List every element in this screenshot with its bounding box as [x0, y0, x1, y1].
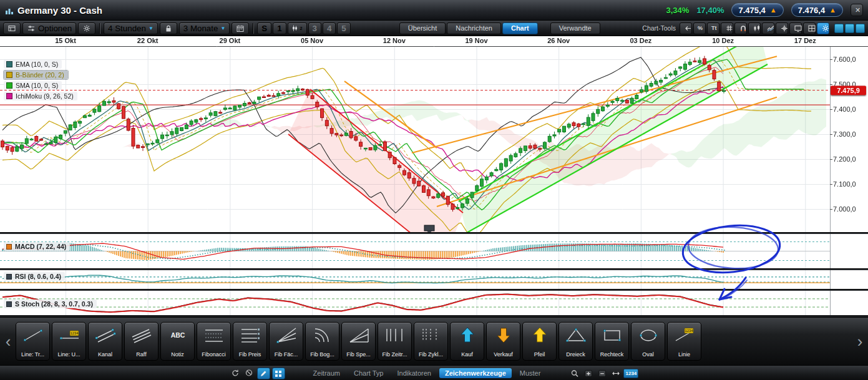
tool-label: Kauf: [461, 351, 473, 358]
calendar-button[interactable]: [232, 22, 249, 34]
legend-item[interactable]: IchiMoku (9, 26, 52): [4, 92, 77, 100]
restore-icon[interactable]: [845, 24, 854, 33]
disable-icon[interactable]: [243, 368, 255, 378]
tool-oval-button[interactable]: Oval: [631, 322, 665, 361]
tool-rectangle-button[interactable]: Rechteck: [595, 322, 629, 361]
interval-dropdown[interactable]: 4 Stunden ▼: [104, 22, 158, 34]
drawing-toolbar: ‹ Line: Tr...1234Line: U...KanalRaffABCN…: [0, 317, 868, 365]
tool-arrow-button[interactable]: Pfeil: [522, 322, 557, 361]
tool-line-button[interactable]: 1234Linie: [667, 322, 701, 361]
zoom-in-icon[interactable]: [582, 368, 594, 379]
settings-gear-button[interactable]: [78, 22, 95, 34]
macd-panel-label[interactable]: MACD (7, 22, 44): [4, 242, 70, 251]
layout-icon[interactable]: [803, 22, 816, 34]
oval-icon: [636, 326, 660, 344]
tab-übersicht[interactable]: Übersicht: [399, 22, 446, 34]
tool-fib-price-button[interactable]: Fib Preis: [233, 322, 267, 361]
values-badge[interactable]: 1234: [623, 369, 638, 378]
triangle-icon: [564, 326, 588, 344]
crosshair-icon[interactable]: [776, 22, 788, 34]
level-line-icon: 1234: [57, 326, 81, 344]
zoom-icon[interactable]: [568, 368, 580, 379]
layout-count-button-2[interactable]: 2: [288, 22, 307, 34]
tool-fibonacci-button[interactable]: Fibonacci: [197, 322, 231, 361]
layout-count-button-5[interactable]: 5: [337, 22, 350, 34]
svg-text:1234: 1234: [70, 331, 79, 335]
tool-fib-arcs-button[interactable]: Fib Bog...: [305, 322, 339, 361]
tool-fib-cycle-button[interactable]: Fib Zykl...: [414, 322, 448, 361]
legend-color-chip: [6, 93, 12, 99]
pencil-icon[interactable]: [257, 368, 270, 379]
tool-label: Line: U...: [57, 351, 80, 358]
chart-tools-label: Chart-Tools: [642, 24, 676, 32]
channel-icon: [94, 326, 117, 344]
legend-item[interactable]: SMA (10, 0, S): [4, 81, 62, 90]
tab-verwandte[interactable]: Verwandte: [550, 22, 600, 34]
grid-icon[interactable]: [721, 22, 733, 34]
tool-buy-arrow-button[interactable]: Kauf: [450, 322, 484, 361]
chart-region[interactable]: 15 Okt22 Okt29 Okt05 Nov12 Nov19 Nov26 N…: [0, 36, 868, 317]
statusbar-item-chart-typ[interactable]: Chart Typ: [348, 368, 389, 378]
layout-count-button-4[interactable]: 4: [323, 22, 336, 34]
rectangle-icon: [600, 326, 624, 344]
layout-count-button-1[interactable]: 1: [273, 22, 286, 34]
tool-fib-fan-button[interactable]: Fib Fäc...: [269, 322, 303, 361]
range-dropdown[interactable]: 3 Monate ▼: [179, 22, 230, 34]
fit-icon[interactable]: [610, 368, 622, 379]
fibonacci-icon: [202, 326, 226, 344]
legend-label: IchiMoku (9, 26, 52): [16, 92, 74, 100]
chart-type-icon[interactable]: [748, 22, 761, 34]
panel-menu-button[interactable]: [3, 22, 21, 34]
tab-nachrichten[interactable]: Nachrichten: [447, 22, 501, 34]
price-chart-canvas[interactable]: [0, 36, 868, 317]
tool-fib-time-button[interactable]: Fib Zeitr...: [378, 322, 412, 361]
undo-icon[interactable]: [680, 22, 692, 34]
window-menu-icon[interactable]: [856, 24, 865, 33]
scroll-left-icon[interactable]: ‹: [2, 332, 14, 351]
rsi-color-chip: [6, 274, 12, 280]
stoch-label: S Stoch (28, 8, 3, 0.7, 0.3): [15, 300, 93, 308]
zoom-out-icon[interactable]: [596, 368, 608, 379]
close-button[interactable]: ✕: [851, 4, 863, 16]
magnet-icon[interactable]: [734, 22, 747, 34]
statusbar-item-indikatoren[interactable]: Indikatoren: [392, 368, 437, 378]
statusbar-item-zeitraum[interactable]: Zeitraum: [308, 368, 346, 378]
tool-note-button[interactable]: ABCNotiz: [160, 322, 195, 361]
tool-label: Fib Preis: [239, 351, 261, 358]
compare-icon[interactable]: [762, 22, 774, 34]
options-button[interactable]: Optionen: [22, 22, 76, 34]
sell-price-button[interactable]: 7.475,4 ▲: [731, 3, 783, 17]
tool-label: Line: Tr...: [21, 351, 44, 358]
statusbar-item-zeichenwerkzeuge[interactable]: Zeichenwerkzeuge: [439, 368, 512, 378]
statusbar-item-muster[interactable]: Muster: [514, 368, 547, 378]
scroll-right-icon[interactable]: ›: [854, 332, 866, 351]
tool-level-line-button[interactable]: 1234Line: U...: [52, 322, 86, 361]
rsi-panel-label[interactable]: RSI (8, 0.6, 0.4): [4, 272, 65, 281]
lock-button[interactable]: [160, 22, 177, 34]
arrow-icon: [528, 326, 552, 344]
tool-trend-line-button[interactable]: Line: Tr...: [16, 322, 50, 361]
x-axis-label: 12 Nov: [383, 37, 406, 44]
layout-count-button-S[interactable]: S: [257, 22, 271, 34]
stoch-panel-label[interactable]: S Stoch (28, 8, 3, 0.7, 0.3): [4, 300, 97, 308]
tool-sell-arrow-button[interactable]: Verkauf: [486, 322, 520, 361]
tool-channel-button[interactable]: Kanal: [88, 322, 122, 361]
layout-count-button-3[interactable]: 3: [308, 22, 321, 34]
x-axis-label: 26 Nov: [547, 37, 570, 44]
settings-icon[interactable]: [817, 22, 829, 34]
snap-grid-icon[interactable]: [272, 368, 285, 379]
trading-app: Germany 30 - Cash 3,34% 17,40% 7.475,4 ▲…: [0, 0, 868, 380]
percent-icon[interactable]: %: [693, 22, 706, 34]
screen-icon[interactable]: [789, 22, 802, 34]
legend-item[interactable]: EMA (10, 0, S): [4, 60, 62, 69]
tool-triangle-button[interactable]: Dreieck: [558, 322, 593, 361]
tab-chart[interactable]: Chart: [502, 22, 538, 34]
tool-raff-channel-button[interactable]: Raff: [124, 322, 158, 361]
tool-fib-speed-button[interactable]: Fib Spe...: [341, 322, 376, 361]
minimize-icon[interactable]: [834, 24, 844, 33]
legend-item[interactable]: B-Bänder (20, 2): [4, 71, 68, 79]
rotate-icon[interactable]: [230, 368, 241, 378]
text-size-icon[interactable]: Tt: [707, 22, 719, 34]
buy-price-button[interactable]: 7.476,4 ▲: [791, 3, 843, 17]
tool-label: Kanal: [98, 351, 112, 358]
